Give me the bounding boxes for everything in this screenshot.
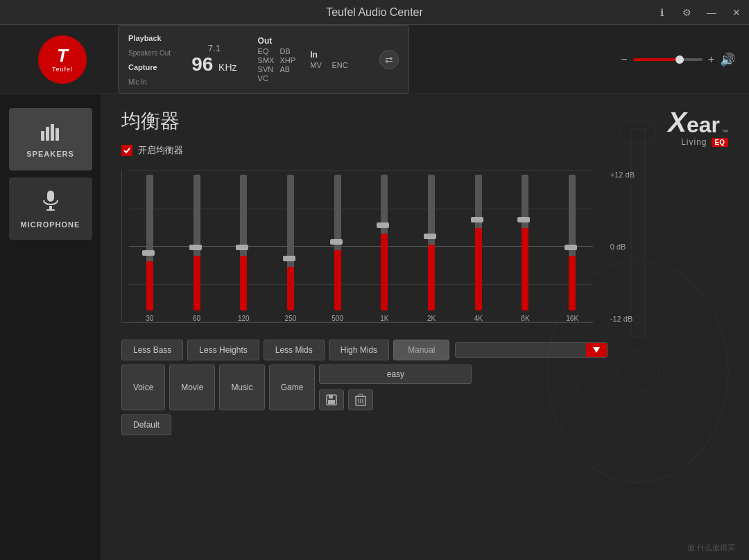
app-title: Teufel Audio Center xyxy=(326,6,423,19)
minimize-button[interactable]: — xyxy=(699,0,724,25)
eq-track-8K[interactable] xyxy=(519,170,531,310)
preset-less-bass[interactable]: Less Bass xyxy=(121,340,183,360)
eq-freq-label-60: 60 xyxy=(193,315,200,322)
eq-fill-4K xyxy=(475,228,482,310)
info-button[interactable]: ℹ xyxy=(649,0,674,25)
preset-area: Less Bass Less Heights Less Mids High Mi… xyxy=(121,340,728,439)
eq-handle-120[interactable] xyxy=(236,245,248,250)
svg-rect-21 xyxy=(328,400,335,404)
sample-rate: 96 KHz xyxy=(191,53,236,76)
svg-rect-5 xyxy=(49,206,52,209)
close-button[interactable]: ✕ xyxy=(724,0,749,25)
svg-marker-18 xyxy=(593,347,600,353)
in-section: In MV ENC xyxy=(310,50,347,69)
eq-enable-label: 开启均衡器 xyxy=(138,144,183,157)
eq-handle-250[interactable] xyxy=(283,256,295,261)
dropdown-arrow[interactable] xyxy=(586,343,607,357)
eq-fill-500 xyxy=(334,250,341,310)
eq-bars-area: 30 60 120 250 500 xyxy=(121,170,593,323)
speakers-icon xyxy=(40,121,62,146)
svg-rect-24 xyxy=(359,394,363,396)
sidebar-item-speakers[interactable]: SPEAKERS xyxy=(9,108,92,170)
db-labels: +12 dB 0 dB -12 dB xyxy=(610,170,635,323)
eq-freq-label-8K: 8K xyxy=(521,315,529,322)
eq-freq-label-1K: 1K xyxy=(380,315,388,322)
eq-fill-1K xyxy=(381,234,388,310)
preset-high-mids[interactable]: High Mids xyxy=(329,340,389,360)
logo-letter: T xyxy=(57,46,68,64)
preset-voice[interactable]: Voice xyxy=(121,365,165,410)
preset-less-mids[interactable]: Less Mids xyxy=(264,340,325,360)
save-button[interactable] xyxy=(319,390,344,410)
eq-handle-16K[interactable] xyxy=(565,245,577,250)
volume-area: − + 🔊 xyxy=(621,52,735,67)
eq-freq-label-16K: 16K xyxy=(566,315,578,322)
eq-enable-checkbox[interactable] xyxy=(121,145,132,156)
eq-band-8K: 8K xyxy=(505,170,546,322)
settings-button[interactable]: ⚙ xyxy=(674,0,699,25)
eq-track-2K[interactable] xyxy=(425,170,438,310)
dropdown-text xyxy=(456,346,586,354)
xear-eq-badge: EQ xyxy=(712,138,728,147)
eq-handle-60[interactable] xyxy=(189,245,202,250)
eq-handle-30[interactable] xyxy=(142,250,155,256)
delete-button[interactable] xyxy=(348,390,373,410)
sidebar-item-microphone[interactable]: MICROPHONE xyxy=(9,177,92,240)
out-items: EQ DB SMX XHP SVN AB VC xyxy=(258,47,297,82)
svg-rect-2 xyxy=(51,124,54,141)
eq-handle-4K[interactable] xyxy=(471,217,483,222)
eq-track-120[interactable] xyxy=(237,170,250,310)
preset-game[interactable]: Game xyxy=(269,365,316,410)
manual-section: Manual xyxy=(393,340,608,360)
svg-rect-6 xyxy=(46,209,55,211)
db-label-top: +12 dB xyxy=(610,170,635,179)
eq-enable-row: 开启均衡器 xyxy=(121,144,728,157)
eq-track-60[interactable] xyxy=(191,170,203,310)
preset-row-2: Voice Movie Music Game easy xyxy=(121,365,728,410)
eq-track-250[interactable] xyxy=(284,170,297,310)
logo-area: T Teufel xyxy=(14,35,111,84)
eq-freq-label-4K: 4K xyxy=(474,315,483,322)
eq-band-4K: 4K xyxy=(458,170,499,322)
playback-label: Playback xyxy=(128,31,171,44)
eq-handle-1K[interactable] xyxy=(377,222,389,228)
main-area: SPEAKERS MICROPHONE xyxy=(0,94,749,560)
channel-value: 7.1 xyxy=(184,43,243,53)
volume-up-icon[interactable]: + xyxy=(708,53,714,66)
eq-fill-2K xyxy=(428,245,435,310)
out-section: Out EQ DB SMX XHP SVN AB VC xyxy=(258,36,297,82)
eq-band-120: 120 xyxy=(223,170,264,322)
eq-band-2K: 2K xyxy=(411,170,452,322)
teufel-logo: T Teufel xyxy=(38,35,87,84)
xear-x: X xyxy=(668,108,687,136)
eq-track-4K[interactable] xyxy=(472,170,485,310)
eq-track-500[interactable] xyxy=(332,170,344,310)
eq-handle-2K[interactable] xyxy=(424,234,436,239)
svg-rect-4 xyxy=(47,191,54,202)
eq-track-16K[interactable] xyxy=(566,170,578,310)
volume-slider[interactable] xyxy=(633,58,703,61)
easy-text-box: easy xyxy=(319,365,472,384)
transfer-button[interactable]: ⇄ xyxy=(379,50,399,69)
channel-sample: 7.1 96 KHz xyxy=(184,43,243,76)
preset-dropdown[interactable] xyxy=(455,342,608,358)
xear-living-text: Living xyxy=(681,137,707,147)
db-label-zero: 0 dB xyxy=(610,243,635,251)
eq-band-250: 250 xyxy=(270,170,311,322)
eq-track-30[interactable] xyxy=(144,170,156,310)
svg-rect-1 xyxy=(46,127,49,141)
preset-music[interactable]: Music xyxy=(219,365,264,410)
volume-down-icon[interactable]: − xyxy=(621,53,627,66)
microphone-icon xyxy=(41,189,60,216)
in-items: MV ENC xyxy=(310,61,347,69)
manual-button[interactable]: Manual xyxy=(393,340,449,360)
sidebar: SPEAKERS MICROPHONE xyxy=(0,94,101,560)
preset-default[interactable]: Default xyxy=(121,414,171,435)
eq-track-1K[interactable] xyxy=(378,170,390,310)
eq-freq-label-250: 250 xyxy=(285,315,297,322)
eq-handle-8K[interactable] xyxy=(517,217,530,222)
eq-handle-500[interactable] xyxy=(330,239,343,245)
preset-less-heights[interactable]: Less Heights xyxy=(187,340,259,360)
preset-movie[interactable]: Movie xyxy=(169,365,215,410)
eq-fill-60 xyxy=(193,256,200,310)
